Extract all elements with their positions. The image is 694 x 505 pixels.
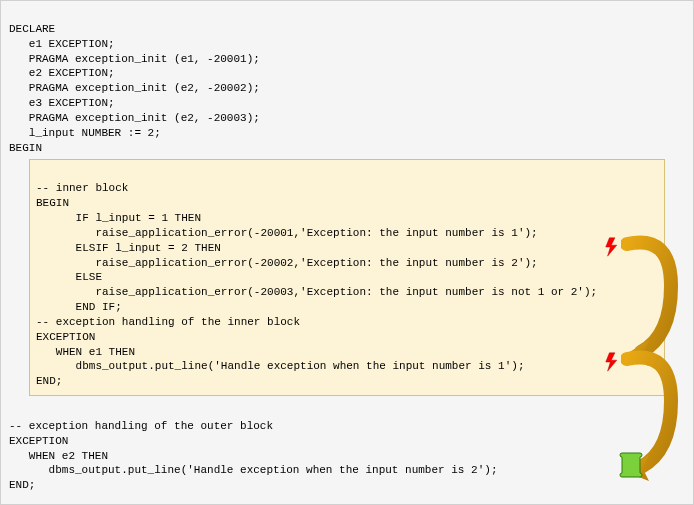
outer-exception-block: -- exception handling of the outer block… [9,404,685,493]
line: WHEN e2 THEN [9,450,108,462]
line: WHEN e1 THEN [36,346,135,358]
line: EXCEPTION [36,331,95,343]
line: raise_application_error(-20003,'Exceptio… [36,286,597,298]
line: IF l_input = 1 THEN [36,212,201,224]
line: dbms_output.put_line('Handle exception w… [36,360,524,372]
line: BEGIN [9,142,42,154]
line: raise_application_error(-20001,'Exceptio… [36,227,538,239]
line: DECLARE [9,23,55,35]
line: -- exception handling of the outer block [9,420,273,432]
line: END; [36,375,62,387]
line: ELSE [36,271,102,283]
line: END; [9,479,35,491]
line: BEGIN [36,197,69,209]
outer-block: DECLARE e1 EXCEPTION; PRAGMA exception_i… [9,7,685,155]
line: dbms_output.put_line('Handle exception w… [9,464,497,476]
line: -- inner block [36,182,128,194]
inner-block: -- inner block BEGIN IF l_input = 1 THEN… [29,159,665,396]
line: PRAGMA exception_init (e1, -20001); [9,53,260,65]
svg-rect-0 [622,455,640,475]
line: e1 EXCEPTION; [9,38,115,50]
output-scroll-icon [619,452,643,478]
line: -- exception handling of the inner block [36,316,300,328]
line: EXCEPTION [9,435,68,447]
line: PRAGMA exception_init (e2, -20003); [9,112,260,124]
line: PRAGMA exception_init (e2, -20002); [9,82,260,94]
line: END IF; [36,301,122,313]
line: ELSIF l_input = 2 THEN [36,242,221,254]
line: l_input NUMBER := 2; [9,127,161,139]
line: e3 EXCEPTION; [9,97,115,109]
line: raise_application_error(-20002,'Exceptio… [36,257,538,269]
line: e2 EXCEPTION; [9,67,115,79]
code-diagram: DECLARE e1 EXCEPTION; PRAGMA exception_i… [0,0,694,505]
